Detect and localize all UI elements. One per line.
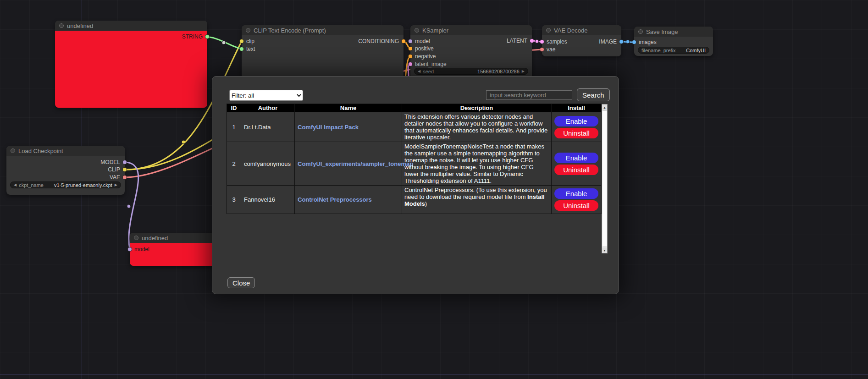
- ckpt-name-widget[interactable]: ◀ ckpt_name v1-5-pruned-emaonly.ckpt ▶: [10, 181, 121, 188]
- scrollbar-thumb[interactable]: [603, 110, 607, 247]
- latent-port[interactable]: [530, 38, 534, 43]
- node-collapse-icon[interactable]: [415, 28, 419, 33]
- node-title-bar[interactable]: CLIP Text Encode (Prompt): [242, 25, 404, 35]
- seed-widget[interactable]: ◀ seed 156680208700286 ▶: [414, 68, 528, 75]
- search-input[interactable]: [486, 90, 572, 100]
- node-vae-decode: VAE Decode samples vae IMAGE: [542, 25, 621, 56]
- scroll-up-icon[interactable]: ▲: [602, 104, 607, 110]
- node-title: Save Image: [646, 28, 678, 35]
- samples-port[interactable]: [540, 39, 544, 44]
- input-slot-vae: vae: [540, 46, 555, 53]
- input-slot-text: text: [239, 46, 255, 52]
- extension-name-cell: ControlNet Preprocessors: [295, 186, 402, 214]
- output-slot-conditioning: CONDITIONING: [358, 38, 406, 44]
- input-slot-positive: positive: [408, 45, 434, 52]
- extension-row: 3Fannovel16ControlNet PreprocessorsContr…: [227, 186, 602, 214]
- column-header-name: Name: [295, 104, 402, 112]
- link-hidden-to-negative: [405, 56, 410, 79]
- conditioning-port[interactable]: [401, 39, 406, 44]
- negative-port[interactable]: [408, 54, 413, 59]
- extension-name-cell: ComfyUI Impact Pack: [295, 112, 402, 142]
- uninstall-button[interactable]: Uninstall: [554, 200, 598, 211]
- extension-row: 2comfyanonymousComfyUI_experiments/sampl…: [227, 142, 602, 186]
- node-collapse-icon[interactable]: [59, 23, 64, 28]
- node-collapse-icon[interactable]: [134, 236, 138, 240]
- image-port[interactable]: [619, 39, 624, 44]
- model-port[interactable]: [122, 160, 127, 165]
- node-graph-canvas[interactable]: undefined STRING CLIP Text Encode (Promp…: [0, 0, 868, 379]
- extension-id: 2: [227, 142, 241, 186]
- filter-select[interactable]: Filter: all: [229, 90, 303, 101]
- node-collapse-icon[interactable]: [638, 29, 643, 34]
- node-title-bar[interactable]: undefined: [55, 21, 207, 31]
- enable-button[interactable]: Enable: [554, 116, 598, 126]
- extensions-table: ID Author Name Description Install 1Dr.L…: [227, 104, 602, 214]
- extension-description: ModelSamplerTonemapNoiseTest a node that…: [402, 142, 552, 186]
- node-title-bar[interactable]: Save Image: [634, 27, 713, 37]
- search-button[interactable]: Search: [577, 88, 610, 101]
- node-collapse-icon[interactable]: [546, 28, 551, 33]
- node-title-bar[interactable]: VAE Decode: [542, 25, 621, 35]
- node-title: CLIP Text Encode (Prompt): [254, 27, 326, 34]
- extension-row: 1Dr.Lt.DataComfyUI Impact PackThis exten…: [227, 112, 602, 142]
- model-port[interactable]: [127, 247, 132, 252]
- grid-axis-horizontal: [0, 374, 868, 375]
- images-port[interactable]: [632, 40, 636, 44]
- extension-link[interactable]: ComfyUI_experiments/sampler_tonemap: [298, 160, 413, 167]
- extension-install-cell: EnableUninstall: [552, 112, 602, 142]
- node-save-image: Save Image images filename_prefix ComfyU…: [634, 27, 713, 56]
- seed-decrement-icon[interactable]: ◀: [418, 70, 420, 73]
- column-header-install: Install: [552, 104, 602, 112]
- node-body: [55, 31, 207, 108]
- output-slot-vae: VAE: [110, 174, 127, 181]
- input-slot-negative: negative: [408, 53, 436, 60]
- node-title: undefined: [67, 22, 93, 29]
- link-midpoint-dot: [222, 41, 226, 44]
- enable-button[interactable]: Enable: [554, 153, 598, 163]
- latent-image-port[interactable]: [408, 62, 413, 66]
- output-slot-image: IMAGE: [599, 38, 624, 45]
- extension-id: 1: [227, 112, 241, 142]
- seed-increment-icon[interactable]: ▶: [522, 70, 525, 73]
- model-port[interactable]: [408, 39, 413, 44]
- input-slot-images: images: [632, 39, 657, 45]
- node-title-bar[interactable]: Load Checkpoint: [6, 146, 125, 156]
- input-slot-clip: clip: [239, 38, 254, 44]
- uninstall-button[interactable]: Uninstall: [554, 165, 598, 175]
- clip-port[interactable]: [122, 167, 127, 172]
- column-header-description: Description: [402, 104, 552, 112]
- ckpt-next-icon[interactable]: ▶: [115, 183, 117, 187]
- node-collapse-icon[interactable]: [246, 28, 250, 33]
- string-port[interactable]: [205, 34, 210, 39]
- input-slot-model: model: [127, 246, 149, 253]
- vae-port[interactable]: [122, 175, 127, 180]
- vae-port[interactable]: [540, 47, 544, 52]
- table-scrollbar[interactable]: ▲ ▼: [602, 104, 608, 253]
- ckpt-previous-icon[interactable]: ◀: [14, 183, 17, 187]
- extension-link[interactable]: ControlNet Preprocessors: [298, 196, 372, 203]
- text-port[interactable]: [239, 47, 244, 51]
- link-midpoint-dot: [535, 39, 539, 43]
- clip-port[interactable]: [239, 39, 244, 44]
- link-midpoint-dot: [127, 204, 131, 208]
- uninstall-button[interactable]: Uninstall: [554, 128, 598, 138]
- filename-prefix-widget[interactable]: filename_prefix ComfyUI: [638, 47, 709, 54]
- extension-install-cell: EnableUninstall: [552, 186, 602, 214]
- link-midpoint-dot: [182, 140, 185, 144]
- close-button[interactable]: Close: [227, 277, 255, 288]
- enable-button[interactable]: Enable: [554, 188, 598, 199]
- node-title-bar[interactable]: KSampler: [410, 25, 532, 35]
- node-title: VAE Decode: [554, 27, 587, 34]
- extension-link[interactable]: ComfyUI Impact Pack: [298, 124, 359, 131]
- column-header-id: ID: [227, 104, 241, 112]
- positive-port[interactable]: [408, 46, 413, 51]
- input-slot-samples: samples: [540, 38, 567, 45]
- node-title: KSampler: [422, 27, 448, 34]
- output-slot-string: STRING: [182, 33, 210, 40]
- link-midpoint-dot: [626, 40, 630, 44]
- scroll-down-icon[interactable]: ▼: [602, 247, 607, 253]
- extension-install-cell: EnableUninstall: [552, 142, 602, 186]
- node-collapse-icon[interactable]: [11, 148, 15, 153]
- extension-author: comfyanonymous: [241, 142, 295, 186]
- extension-id: 3: [227, 186, 241, 214]
